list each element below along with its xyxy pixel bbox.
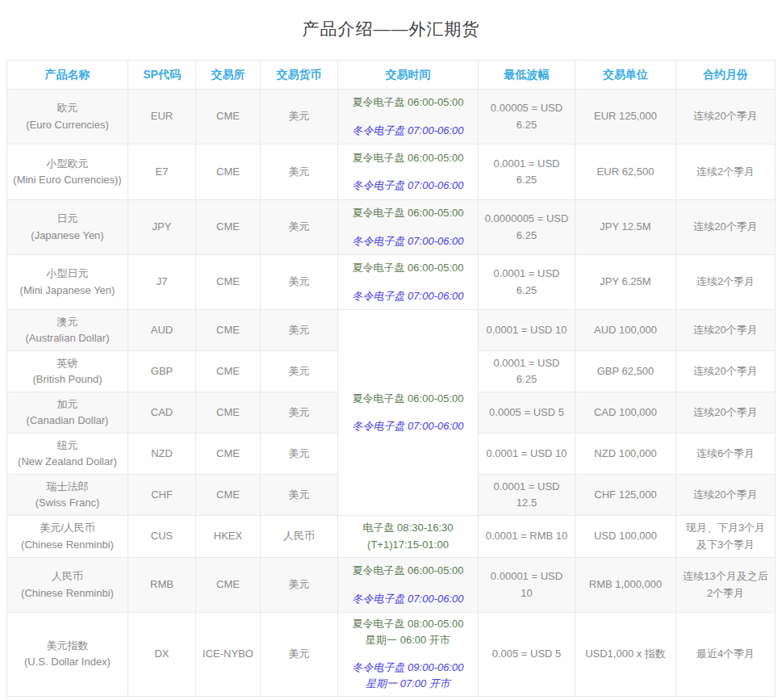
exchange-cell: CME (196, 351, 261, 392)
product-name-cell: 人民币(Chinese Renminbi) (7, 558, 128, 613)
exchange-cell: CME (196, 475, 261, 516)
sp-code-cell: JPY (128, 200, 196, 255)
product-name-en: (Japanese Yen) (12, 228, 123, 244)
trading-time-cell: 夏令电子盘 06:00-05:00冬令电子盘 07:00-06:00 (338, 90, 479, 145)
currency-cell: 美元 (261, 613, 338, 697)
time-summer-session: 电子盘 08:30-16:30(T+1)17:15-01:00 (343, 520, 473, 552)
contract-months-cell: 连续6个季月 (676, 434, 776, 475)
column-header: 交易单位 (575, 61, 676, 90)
product-name-en: (Euro Currencies) (12, 117, 123, 133)
product-name-cn: 英镑 (12, 355, 123, 371)
trading-unit-cell: USD1,000 x 指数 (575, 613, 676, 697)
trading-unit-cell: GBP 62,500 (575, 351, 676, 392)
product-name-en: (Australian Dollar) (12, 330, 123, 346)
trading-unit-cell: JPY 12.5M (575, 200, 676, 255)
time-summer-session: 夏令电子盘 06:00-05:00 (343, 563, 473, 579)
product-name-en: (Chinese Renminbi) (12, 585, 123, 601)
product-name-cell: 小型欧元(Mini Euro Currencies)) (7, 145, 128, 200)
currency-cell: 美元 (261, 145, 338, 200)
product-name-en: (Swiss Franc) (12, 495, 123, 511)
product-name-cn: 小型日元 (12, 266, 123, 282)
exchange-cell: CME (196, 310, 261, 351)
contract-months-cell: 连续20个季月 (676, 392, 776, 434)
product-name-cn: 美元指数 (12, 638, 123, 654)
contract-months-cell: 连续20个季月 (676, 90, 776, 145)
trading-unit-cell: JPY 6.25M (575, 255, 676, 310)
time-line: 夏令电子盘 08:00-05:00 (343, 616, 473, 632)
table-row: 小型日元(Mini Japanese Yen)J7CME美元夏令电子盘 06:0… (7, 255, 776, 310)
trading-unit-cell: AUD 100,000 (575, 310, 676, 351)
trading-unit-cell: CAD 100,000 (575, 392, 676, 434)
currency-cell: 美元 (261, 392, 338, 434)
min-fluctuation-cell: 0.0001 = USD 6.25 (479, 351, 575, 392)
page-title: 产品介绍——外汇期货 (0, 0, 782, 60)
time-line: 夏令电子盘 06:00-05:00 (343, 94, 473, 111)
contract-months-cell: 连续20个季月 (676, 475, 776, 516)
sp-code-cell: EUR (128, 90, 196, 145)
currency-cell: 美元 (261, 351, 338, 392)
product-name-cell: 日元(Japanese Yen) (7, 200, 128, 255)
product-name-cn: 日元 (12, 211, 123, 227)
product-name-en: (U.S. Dollar Index) (12, 654, 123, 670)
exchange-cell: ICE-NYBO (196, 613, 261, 697)
table-row: 澳元(Australian Dollar)AUDCME美元夏令电子盘 06:00… (7, 310, 776, 351)
trading-time-cell: 夏令电子盘 08:00-05:00星期一 06:00 开市冬令电子盘 09:00… (338, 613, 479, 697)
trading-unit-cell: RMB 1,000,000 (575, 558, 676, 613)
min-fluctuation-cell: 0.0000005 = USD 6.25 (479, 200, 575, 255)
time-summer-session: 夏令电子盘 06:00-05:00 (343, 205, 473, 221)
contract-months-cell: 现月、下月3个月及下3个季月 (676, 516, 776, 558)
exchange-cell: CME (196, 255, 261, 310)
product-name-cell: 澳元(Australian Dollar) (7, 310, 128, 351)
min-fluctuation-cell: 0.00005 = USD 6.25 (479, 90, 575, 145)
currency-cell: 美元 (261, 255, 338, 310)
time-summer-session: 夏令电子盘 06:00-05:00 (343, 94, 473, 111)
contract-months-cell: 连续20个季月 (676, 351, 776, 392)
table-row: 美元/人民币(Chinese Renminbi)CUSHKEX人民币电子盘 08… (7, 516, 776, 558)
time-summer-session: 夏令电子盘 06:00-05:00 (343, 260, 473, 276)
time-line: 星期一 06:00 开市 (343, 632, 473, 648)
min-fluctuation-cell: 0.0001 = USD 10 (479, 434, 575, 475)
sp-code-cell: AUD (128, 310, 196, 351)
sp-code-cell: DX (128, 613, 196, 697)
product-name-cell: 美元指数(U.S. Dollar Index) (7, 613, 128, 697)
currency-cell: 美元 (261, 434, 338, 475)
contract-months-cell: 最近4个季月 (676, 613, 776, 697)
sp-code-cell: CAD (128, 392, 196, 434)
exchange-cell: CME (196, 90, 261, 145)
product-name-cn: 人民币 (12, 568, 123, 585)
currency-cell: 美元 (261, 475, 338, 516)
min-fluctuation-cell: 0.005 = USD 5 (479, 613, 575, 697)
time-line: 冬令电子盘 07:00-06:00 (343, 591, 473, 607)
time-winter-session: 冬令电子盘 07:00-06:00 (343, 418, 473, 434)
trading-unit-cell: NZD 100,000 (575, 434, 676, 475)
product-name-en: (Mini Euro Currencies)) (12, 172, 123, 188)
trading-unit-cell: USD 100,000 (575, 516, 676, 558)
time-summer-session: 夏令电子盘 06:00-05:00 (343, 391, 473, 407)
product-name-cn: 纽元 (12, 438, 123, 454)
product-name-cn: 澳元 (12, 314, 123, 330)
trading-time-cell: 夏令电子盘 06:00-05:00冬令电子盘 07:00-06:00 (338, 200, 479, 255)
min-fluctuation-cell: 0.0001 = USD 12.5 (479, 475, 575, 516)
exchange-cell: CME (196, 434, 261, 475)
time-line: 星期一 07:00 开市 (343, 676, 473, 692)
currency-cell: 人民币 (261, 516, 338, 558)
trading-time-cell: 夏令电子盘 06:00-05:00冬令电子盘 07:00-06:00 (338, 558, 479, 613)
contract-months-cell: 连续13个月及之后2个季月 (676, 558, 776, 613)
product-name-cn: 欧元 (12, 100, 123, 116)
min-fluctuation-cell: 0.0001 = USD 10 (479, 310, 575, 351)
column-header: 交易时间 (338, 61, 479, 90)
column-header: 交易货币 (261, 61, 338, 90)
time-summer-session: 夏令电子盘 08:00-05:00星期一 06:00 开市 (343, 616, 473, 648)
time-line: 夏令电子盘 06:00-05:00 (343, 391, 473, 407)
exchange-cell: CME (196, 200, 261, 255)
time-line: 夏令电子盘 06:00-05:00 (343, 205, 473, 221)
currency-cell: 美元 (261, 310, 338, 351)
contract-months-cell: 连续20个季月 (676, 310, 776, 351)
product-name-en: (Canadian Dollar) (12, 413, 123, 429)
product-name-cn: 瑞士法郎 (12, 479, 123, 495)
product-name-en: (British Pound) (12, 371, 123, 388)
time-line: 冬令电子盘 09:00-06:00 (343, 660, 473, 676)
trading-time-cell: 夏令电子盘 06:00-05:00冬令电子盘 07:00-06:00 (338, 255, 479, 310)
trading-unit-cell: EUR 62,500 (575, 145, 676, 200)
column-header: 合约月份 (676, 61, 776, 90)
